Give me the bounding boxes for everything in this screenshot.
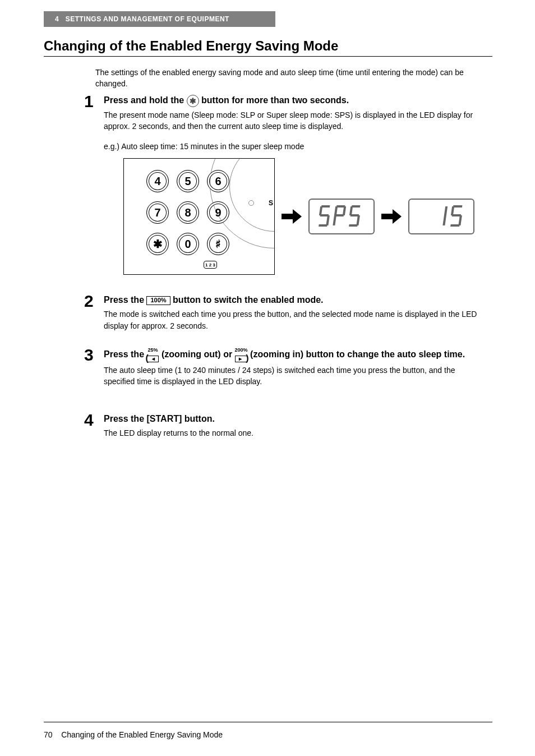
step-head-c: (zooming in) button to change the auto s…	[250, 349, 465, 359]
step-body: The LED display returns to the normal on…	[104, 427, 485, 439]
step-number: 1	[84, 92, 94, 111]
key-0: 0	[177, 233, 199, 255]
step-2: 2 Press the 100% button to switch the en…	[104, 294, 485, 331]
step-body: The present mode name (Sleep mode: SLP o…	[104, 109, 485, 132]
key-4: 4	[146, 170, 169, 192]
step-example: e.g.) Auto sleep time: 15 minutes in the…	[104, 142, 485, 151]
100-percent-button-icon: 100%	[146, 296, 170, 305]
step-head-pre: Press and hold the	[104, 95, 187, 105]
arrow-right-icon	[381, 208, 402, 225]
step-body: The auto sleep time (1 to 240 minutes / …	[104, 365, 485, 388]
lcd-display-mode	[308, 199, 375, 234]
key-7: 7	[146, 201, 169, 224]
key-8: 8	[177, 201, 199, 224]
key-6: 6	[207, 170, 229, 192]
lcd-display-time	[408, 199, 474, 234]
partial-start-label: S	[269, 199, 273, 207]
zoom-out-button-icon: 25% (◂	[146, 348, 159, 362]
star-circle-icon: ✱	[187, 95, 199, 107]
step-4: 4 Press the [START] button. The LED disp…	[104, 413, 485, 439]
diagram: 4 5 6 7 8 9 ✱ 0 ♯ 1 2 3 S	[123, 158, 474, 275]
key-9: 9	[207, 201, 229, 224]
key-star: ✱	[146, 233, 169, 255]
page-footer: 70 Changing of the Enabled Energy Saving…	[44, 730, 223, 739]
dial-led-icon	[248, 200, 254, 206]
footer-divider	[44, 722, 492, 722]
step-head-post: button for more than two seconds.	[201, 95, 349, 105]
page-number: 70	[44, 730, 53, 739]
step-head-a: Press the	[104, 349, 146, 359]
chapter-header: 4 SETTINGS AND MANAGEMENT OF EQUIPMENT	[44, 11, 275, 27]
seven-segment-sps	[313, 203, 370, 230]
chapter-number: 4	[55, 15, 59, 23]
keypad-123-label: 1 2 3	[204, 261, 217, 269]
keypad-illustration: 4 5 6 7 8 9 ✱ 0 ♯ 1 2 3 S	[123, 158, 275, 275]
step-heading: Press the 100% button to switch the enab…	[104, 294, 485, 306]
zoom-in-button-icon: 200% ▸)	[235, 348, 248, 362]
step-number: 3	[84, 345, 94, 365]
step-heading: Press the 25% (◂ (zooming out) or 200% ▸…	[104, 348, 485, 362]
key-hash: ♯	[207, 233, 229, 255]
title-divider	[44, 56, 492, 57]
step-1: 1 Press and hold the ✱ button for more t…	[104, 94, 485, 151]
step-head-b: (zooming out) or	[162, 349, 235, 359]
seven-segment-15	[413, 203, 469, 230]
footer-title: Changing of the Enabled Energy Saving Mo…	[61, 730, 223, 739]
step-head-post: button to switch the enabled mode.	[173, 295, 323, 305]
step-head-pre: Press the	[104, 295, 146, 305]
arrow-right-icon	[282, 208, 302, 225]
intro-text: The settings of the enabled energy savin…	[95, 67, 477, 89]
key-5: 5	[177, 170, 199, 192]
step-number: 2	[84, 292, 94, 311]
step-number: 4	[84, 411, 94, 430]
page-title: Changing of the Enabled Energy Saving Mo…	[44, 38, 492, 54]
chapter-title: SETTINGS AND MANAGEMENT OF EQUIPMENT	[66, 15, 229, 23]
step-body: The mode is switched each time you press…	[104, 308, 485, 331]
step-heading: Press the [START] button.	[104, 413, 485, 425]
zoom-in-label: 200%	[235, 348, 248, 353]
step-3: 3 Press the 25% (◂ (zooming out) or 200%…	[104, 348, 485, 388]
zoom-out-label: 25%	[146, 348, 159, 353]
step-heading: Press and hold the ✱ button for more tha…	[104, 94, 485, 107]
